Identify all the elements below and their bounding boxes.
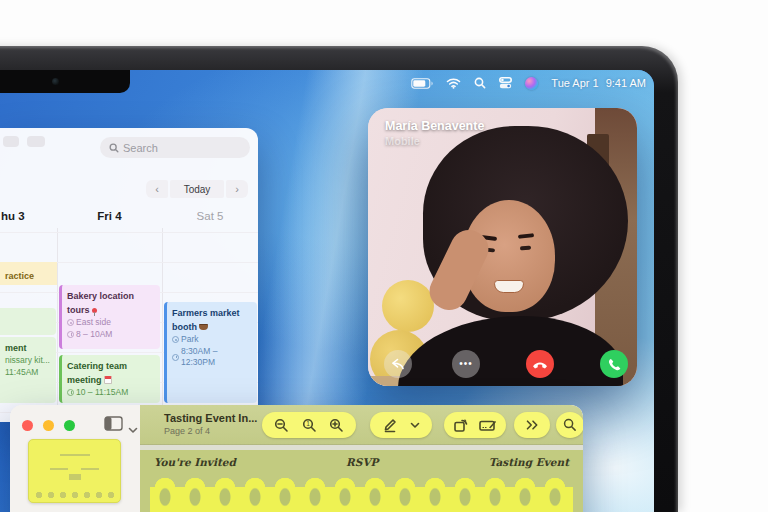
control-center-icon[interactable] [499, 77, 512, 89]
decline-call-button[interactable] [526, 350, 554, 378]
event-title: Catering team meeting [67, 361, 127, 385]
more-tools-button[interactable] [514, 412, 550, 438]
event-title: Bakery location tours [67, 291, 134, 315]
event-catering-meeting[interactable]: Catering team meeting 10 – 11:15AM [59, 355, 160, 403]
ellipsis-icon: ••• [459, 358, 473, 369]
calendar-toolbar-button[interactable] [3, 136, 19, 147]
sidebar-dropdown-button[interactable] [128, 420, 138, 438]
zoom-out-button[interactable] [274, 418, 289, 433]
spotlight-search-icon[interactable] [474, 77, 486, 89]
menu-bar-date[interactable]: Tue Apr 1 [551, 77, 598, 89]
chevron-left-icon: ‹ [155, 183, 159, 195]
event-title: ractice [5, 271, 34, 281]
basket-emoji-icon [199, 324, 208, 330]
papel-picado-scallops [150, 473, 573, 488]
document-page-edge [140, 445, 583, 450]
hour-gridline [0, 232, 258, 233]
preview-toolbar: Tasting Event In... Page 2 of 4 [140, 405, 583, 445]
event-bakery-tours[interactable]: Bakery location tours East side 8 – 10AM [59, 285, 160, 349]
clock-icon [67, 389, 74, 396]
round-pushpin-emoji-icon [92, 308, 97, 313]
facetime-call-window: María Benavente Mobile ••• [368, 108, 637, 386]
document-search-button[interactable] [556, 412, 583, 438]
event-block[interactable] [0, 308, 56, 335]
search-icon [109, 143, 119, 153]
page-thumbnail[interactable] [28, 439, 121, 503]
menu-bar: Tue Apr 1 9:41 AM [140, 70, 646, 96]
column-divider [57, 228, 58, 422]
form-fill-button[interactable] [479, 419, 497, 432]
double-chevron-icon [526, 420, 539, 430]
search-placeholder: Search [123, 142, 158, 154]
more-options-button[interactable]: ••• [452, 350, 480, 378]
event-time: 10 – 11:15AM [76, 387, 128, 398]
minimize-button[interactable] [43, 420, 54, 431]
rotate-icon [453, 418, 469, 433]
event-location: East side [76, 317, 111, 328]
phone-icon [608, 358, 621, 371]
photo-yellow-lantern [382, 280, 434, 332]
invite-label-center: RSVP [346, 456, 378, 468]
preview-main-area: You're Invited RSVP Tasting Event Tastin… [140, 405, 583, 512]
clock-icon [67, 331, 74, 338]
rotate-button[interactable] [453, 418, 469, 433]
chevron-right-icon: › [235, 183, 239, 195]
accept-call-button[interactable] [600, 350, 628, 378]
markup-dropdown-button[interactable] [410, 422, 420, 429]
clock-icon [172, 354, 179, 361]
zoom-in-button[interactable] [329, 418, 344, 433]
papel-picado-pattern [150, 487, 573, 512]
display-notch [0, 70, 130, 93]
zoom-out-icon [274, 418, 289, 433]
macbook-screen: Tue Apr 1 9:41 AM Search ‹ Today [0, 70, 654, 512]
camera-dot [52, 78, 59, 85]
day-header-sat[interactable]: Sat 5 [162, 210, 258, 222]
calendar-window: Search ‹ Today › hu 3 Fri 4 Sat 5 [0, 128, 258, 422]
markup-pencil-button[interactable] [382, 417, 398, 433]
calendar-toolbar-button[interactable] [27, 136, 45, 147]
column-divider [162, 228, 163, 422]
caller-name: María Benavente [385, 119, 484, 133]
facetime-video-photo [368, 108, 637, 386]
invite-label-left: You're Invited [154, 456, 236, 468]
macbook-bezel: Tue Apr 1 9:41 AM Search ‹ Today [0, 46, 678, 512]
event-commissary[interactable]: ment nissary kit... 11:45AM [0, 337, 56, 403]
rotate-fill-group [444, 412, 506, 438]
form-fill-icon [479, 419, 497, 432]
event-time: 11:45AM [5, 367, 38, 378]
calendar-emoji-icon [104, 376, 112, 384]
zoom-actual-size-button[interactable]: 1 [302, 418, 317, 433]
today-button[interactable]: Today [170, 180, 224, 198]
prev-day-button[interactable]: ‹ [146, 180, 168, 198]
preview-window: You're Invited RSVP Tasting Event Tastin… [10, 405, 583, 512]
reply-message-button[interactable] [384, 350, 412, 378]
zoom-controls-group: 1 [262, 412, 356, 438]
chevron-down-icon [128, 427, 138, 434]
next-day-button[interactable]: › [226, 180, 248, 198]
window-title: Tasting Event In... [164, 412, 257, 424]
zoom-in-icon [329, 418, 344, 433]
event-practice[interactable]: ractice [0, 262, 57, 285]
event-location: Park [181, 334, 198, 345]
event-farmers-market[interactable]: Farmers market booth Park 8:30AM – 12:30… [164, 302, 257, 403]
day-header-fri[interactable]: Fri 4 [57, 210, 162, 222]
location-icon [172, 336, 179, 343]
calendar-search-field[interactable]: Search [100, 137, 250, 158]
markup-pencil-icon [382, 417, 398, 433]
invite-label-right: Tasting Event [489, 456, 569, 468]
today-label: Today [184, 184, 211, 195]
location-icon [67, 319, 74, 326]
invitation-text-row: You're Invited RSVP Tasting Event [154, 456, 569, 468]
search-icon [563, 418, 577, 432]
markup-controls-group [370, 412, 432, 438]
siri-icon[interactable] [525, 77, 538, 90]
day-header-thu[interactable]: hu 3 [1, 210, 25, 222]
sidebar-toggle-button[interactable] [104, 416, 123, 435]
desktop-marketing-shot: Tue Apr 1 9:41 AM Search ‹ Today [0, 0, 768, 512]
battery-icon[interactable] [411, 78, 433, 89]
menu-bar-time[interactable]: 9:41 AM [606, 77, 646, 89]
close-button[interactable] [22, 420, 33, 431]
zoom-window-button[interactable] [64, 420, 75, 431]
calendar-date-nav: ‹ Today › [146, 180, 248, 198]
wifi-icon[interactable] [446, 78, 461, 89]
